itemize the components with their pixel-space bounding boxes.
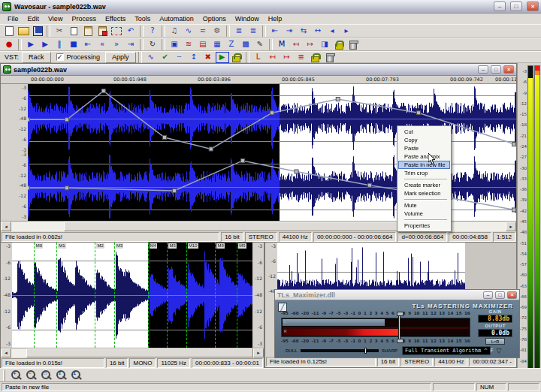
time-ruler[interactable]: 00:00:00:00000:00:01:94800:00:03:89600:0… [1, 76, 516, 84]
processing-checkbox[interactable]: ✓ [56, 53, 64, 61]
marker-start-icon[interactable]: ↤ [289, 39, 303, 50]
child-maximize-button[interactable]: □ [491, 65, 501, 74]
menu-item[interactable]: Process [67, 14, 101, 23]
replace-icon[interactable]: ▤ [196, 39, 210, 50]
audio-marker[interactable]: M3 [114, 243, 115, 348]
grid-icon[interactable]: ▩ [239, 39, 252, 50]
waveform-display-mid[interactable] [277, 243, 465, 295]
fast-forward-icon[interactable]: » [110, 39, 123, 50]
child-titlebar[interactable]: sample022b.wav – □ × [1, 64, 516, 76]
new-file-icon[interactable] [2, 26, 16, 37]
paste-mix-icon[interactable] [95, 26, 109, 37]
exchange-icon[interactable]: ⇆ [297, 26, 310, 37]
play-pause-icon[interactable]: ▶ [24, 39, 38, 50]
record-icon[interactable]: ● [2, 39, 16, 50]
menu-item-create-marker[interactable]: Create marker [398, 181, 450, 189]
insert-icon[interactable]: ▣ [168, 39, 181, 50]
menu-item-cut[interactable]: Cut [398, 128, 450, 136]
preset-funnel-icon[interactable]: ▽ [494, 346, 504, 355]
loop-icon[interactable]: ↻ [146, 39, 159, 50]
threshold-slider[interactable] [398, 314, 400, 341]
batch-convert-icon[interactable]: ≣ [246, 26, 260, 37]
menu-item[interactable]: Options [198, 14, 231, 23]
stretch-icon[interactable]: ↔ [311, 26, 325, 37]
copy-icon[interactable] [67, 26, 80, 37]
gain-value[interactable]: 8.83db [478, 315, 512, 323]
audio-marker[interactable]: M10 [186, 243, 187, 348]
envelope-apply-icon[interactable]: ✔ [159, 52, 172, 63]
menu-item-paste-in-new-file[interactable]: Paste in new file [398, 161, 450, 169]
zoom-in-icon[interactable]: + [10, 369, 23, 381]
mono-hscrollbar[interactable]: ◂ ▸ [1, 348, 264, 357]
go-start-icon[interactable]: ⇤ [81, 39, 95, 50]
menu-item[interactable]: Automation [155, 14, 198, 23]
envelope-scale-icon[interactable]: ↕ [187, 52, 201, 63]
delete-loops-icon[interactable] [323, 52, 337, 63]
marker-end-icon[interactable]: ↦ [304, 39, 317, 50]
close-button[interactable]: × [527, 2, 539, 11]
lock-loops-icon[interactable] [309, 52, 322, 63]
output-value[interactable]: 0.0db [478, 329, 512, 337]
play-icon[interactable]: ▶ [38, 39, 52, 50]
scroll-right-icon[interactable]: ▸ [253, 348, 264, 357]
audio-marker[interactable]: M8 [215, 243, 216, 348]
audio-properties-icon[interactable]: ♫ [168, 26, 181, 37]
minimize-button[interactable]: – [494, 2, 506, 11]
loop-start-icon[interactable]: ↤ [266, 52, 280, 63]
plugin-minimize-button[interactable]: – [483, 291, 493, 299]
apply-button[interactable]: Apply [105, 52, 136, 63]
batch-process-icon[interactable]: ≣ [232, 26, 246, 37]
plugin-titlebar[interactable]: TLs_Maximizer.dll – □ × [275, 290, 519, 300]
undo-icon[interactable]: ↶ [124, 26, 138, 37]
plugin-close-button[interactable]: × [507, 291, 517, 299]
menu-item[interactable]: Help [264, 14, 287, 23]
go-end-icon[interactable]: ⇥ [124, 39, 138, 50]
rack-button[interactable]: Rack [22, 52, 51, 63]
selection-rect-icon[interactable] [110, 26, 123, 37]
loop-point-icon[interactable]: L [252, 52, 265, 63]
fit-all-icon[interactable]: ⇥ [283, 26, 296, 37]
pause-icon[interactable]: ‖ [53, 39, 66, 50]
resample-icon[interactable]: ▦ [210, 39, 224, 50]
loop-grid-icon[interactable]: ≣ [295, 52, 308, 63]
toolbar-grip[interactable] [3, 370, 5, 381]
audio-marker[interactable]: M2 [95, 243, 95, 348]
prev-file-icon[interactable]: ◂ [325, 26, 339, 37]
audio-marker[interactable]: M4 [148, 243, 149, 348]
child-minimize-button[interactable]: – [478, 65, 488, 74]
scroll-thumb[interactable] [26, 348, 253, 357]
envelope-play-icon[interactable]: ▶ [216, 52, 229, 63]
envelope-clear-icon[interactable]: ✖ [201, 52, 215, 63]
dull-sharp-slider[interactable] [301, 349, 379, 352]
stop-icon[interactable]: ■ [67, 39, 80, 50]
open-file-icon[interactable] [17, 26, 30, 37]
menu-item-volume[interactable]: Volume [398, 210, 450, 218]
fit-selection-icon[interactable]: ⇤ [268, 26, 282, 37]
menu-item-mark-selection[interactable]: Mark selection [398, 189, 450, 198]
child-close-button[interactable]: × [503, 65, 514, 74]
envelope-show-icon[interactable]: ∿ [144, 52, 158, 63]
cut-icon[interactable]: ✂ [53, 26, 66, 37]
menu-item-copy[interactable]: Copy [398, 136, 450, 144]
audio-marker[interactable]: M9 [237, 243, 237, 348]
audio-marker[interactable]: M1 [56, 243, 57, 348]
help-icon[interactable]: ? [146, 26, 159, 37]
scroll-left-icon[interactable]: ◂ [1, 222, 11, 231]
menu-item[interactable]: File [3, 14, 23, 23]
loop-end-icon[interactable]: ↦ [280, 52, 294, 63]
next-file-icon[interactable]: ▸ [340, 26, 353, 37]
zoom-selection-icon[interactable]: ▭ [40, 369, 53, 381]
menu-item-properties[interactable]: Properties [398, 222, 450, 230]
save-file-icon[interactable] [31, 26, 44, 37]
envelope-points-icon[interactable]: ┄ [173, 52, 186, 63]
patch-icon[interactable]: ∿ [182, 26, 195, 37]
scroll-thumb[interactable] [64, 222, 438, 231]
statistics-icon[interactable]: ≋ [182, 39, 195, 50]
settings-wrench-icon[interactable]: ⚙ [210, 26, 224, 37]
menu-item[interactable]: Window [231, 14, 264, 23]
menu-item-mute[interactable]: Mute [398, 201, 450, 210]
link-channels-button[interactable]: L=R [485, 338, 505, 345]
channel-convert-icon[interactable]: ◨ [318, 39, 331, 50]
menu-item[interactable]: View [44, 14, 67, 23]
maximize-button[interactable]: □ [510, 2, 522, 11]
